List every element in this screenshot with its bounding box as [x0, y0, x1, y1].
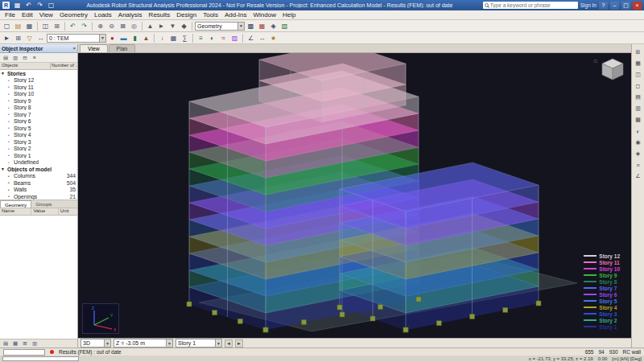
help-button[interactable]: ?	[599, 2, 608, 10]
print-preview-icon[interactable]: ⊞	[52, 21, 62, 31]
menu-edit[interactable]: Edit	[19, 10, 36, 19]
view-tab-view[interactable]: View	[80, 44, 108, 52]
view-tab-plan[interactable]: Plan	[109, 44, 136, 52]
new-file-icon[interactable]: ▢	[2, 21, 12, 31]
tree-item-objects-of-model[interactable]: ▾Objects of model	[0, 166, 77, 173]
tree-item-story-5[interactable]: ▪Story 5	[0, 125, 77, 132]
tree-item-openings[interactable]: ▪Openings21	[0, 193, 77, 200]
undo-icon[interactable]: ↶	[68, 21, 78, 31]
model-viewport[interactable]: ⌂ Story 12Story 11Story 10Story 9Story 8…	[78, 53, 631, 338]
menu-add-ins[interactable]: Add-Ins	[221, 10, 250, 19]
home-view-icon[interactable]: ⌂	[593, 57, 597, 65]
close-button[interactable]: ×	[633, 2, 642, 10]
menu-design[interactable]: Design	[173, 10, 200, 19]
dimension-icon[interactable]: ↔	[257, 33, 267, 43]
tree-item-story-3[interactable]: ▪Story 3	[0, 138, 77, 146]
undo-icon[interactable]: ↶	[23, 0, 34, 10]
wireframe-icon[interactable]: ▤	[634, 93, 643, 102]
view-type-selector[interactable]: 3D ▼	[80, 339, 111, 348]
selection-filter-icon[interactable]: ▽	[24, 33, 35, 43]
tree-item-story-1[interactable]: ▪Story 1	[0, 152, 77, 159]
expand-icon[interactable]: ▾	[2, 167, 7, 171]
search-input[interactable]	[490, 2, 576, 9]
lights-icon[interactable]: ◐	[634, 126, 643, 136]
tree-item-story-6[interactable]: ▪Story 6	[0, 118, 77, 125]
menu-geometry[interactable]: Geometry	[56, 10, 91, 19]
snap-icon[interactable]: ◈	[268, 21, 279, 31]
maps-icon[interactable]: ▨	[229, 33, 240, 43]
story-selector[interactable]: Story 1 ▼	[175, 339, 222, 348]
rotate-view-icon[interactable]: ◎	[129, 21, 139, 31]
zoom-window-icon[interactable]: ⊠	[118, 21, 128, 31]
tree-item-story-8[interactable]: ▪Story 8	[0, 105, 77, 112]
next-story-button[interactable]: ►	[235, 339, 243, 348]
annotation-icon[interactable]: ★	[268, 33, 279, 43]
nodes-icon[interactable]: ●	[107, 33, 118, 43]
keyword-search[interactable]	[483, 2, 578, 9]
zoom-in-icon[interactable]: ⊕	[95, 21, 105, 31]
tree-item-story-10[interactable]: ▪Story 10	[0, 91, 77, 98]
measure-icon[interactable]: ∠	[246, 33, 256, 43]
view-top-icon[interactable]: ▲	[145, 21, 155, 31]
shading-icon[interactable]: ▥	[634, 104, 643, 113]
inspector-tab-geometry[interactable]: Geometry	[0, 200, 31, 208]
calculate-icon[interactable]: ≡	[196, 33, 206, 43]
inspector-filter-icon[interactable]: ▤	[2, 54, 10, 62]
display-options-icon[interactable]: ⊞	[634, 47, 643, 57]
view-manager-icon[interactable]: ▦	[634, 59, 643, 68]
zoom-out-icon[interactable]: ⊖	[106, 21, 117, 31]
save-icon[interactable]: ▦	[12, 0, 23, 10]
open-icon[interactable]: ▤	[13, 21, 23, 31]
panel-close-icon[interactable]: ×	[72, 46, 76, 51]
load-case-selector[interactable]: 0 : TEM ▼	[47, 34, 106, 43]
new-icon[interactable]: ▢	[46, 0, 56, 10]
walkthrough-icon[interactable]: ◈	[634, 149, 643, 158]
redo-icon[interactable]: ↷	[79, 21, 89, 31]
print-icon[interactable]: ◫	[40, 21, 51, 31]
bars-icon[interactable]: ▬	[118, 33, 129, 43]
save-icon[interactable]: ▦	[24, 21, 35, 31]
inspector-tab-groups[interactable]: Groups	[31, 200, 56, 208]
expand-icon[interactable]: ▾	[2, 71, 7, 76]
menu-analysis[interactable]: Analysis	[115, 10, 146, 19]
inspector-collapse-icon[interactable]: ⊟	[21, 54, 29, 62]
status-selector[interactable]	[3, 349, 45, 356]
section-view-icon[interactable]: ◫	[634, 70, 643, 80]
diagrams-icon[interactable]: ≈	[218, 33, 229, 43]
previous-selection-icon[interactable]: ↔	[35, 33, 46, 43]
menu-help[interactable]: Help	[279, 10, 299, 19]
previous-story-button[interactable]: ◄	[225, 339, 233, 348]
inspector-list-icon[interactable]: ▤	[2, 339, 10, 348]
layout-selector[interactable]: Geometry ▼	[195, 22, 245, 31]
inspector-add-icon[interactable]: ⊞	[21, 339, 29, 348]
projection-icon[interactable]: ◻	[634, 81, 643, 91]
select-cursor-icon[interactable]: ►	[2, 33, 12, 43]
load-table-icon[interactable]: ▦	[168, 33, 179, 43]
sign-in-button[interactable]: Sign In	[580, 2, 597, 8]
maximize-button[interactable]: ▢	[621, 2, 630, 10]
render-icon[interactable]: ▩	[634, 115, 643, 125]
level-selector[interactable]: Z = -3.05 m ▼	[114, 339, 173, 348]
display-attributes-icon[interactable]: ▩	[246, 21, 256, 31]
panels-icon[interactable]: ▮	[130, 33, 140, 43]
menu-view[interactable]: View	[36, 10, 56, 19]
menu-tools[interactable]: Tools	[200, 10, 221, 19]
select-window-icon[interactable]: ⊞	[13, 33, 23, 43]
loads-icon[interactable]: ↓	[157, 33, 167, 43]
minimize-button[interactable]: –	[610, 2, 619, 10]
combinations-icon[interactable]: ∑	[180, 33, 190, 43]
tree-item-story-12[interactable]: ▪Story 12	[0, 77, 77, 84]
camera-icon[interactable]: ◉	[634, 138, 643, 147]
view-side-icon[interactable]: ▼	[167, 21, 178, 31]
tree-item-columns[interactable]: ▪Columns344	[0, 173, 77, 180]
tree-item-walls[interactable]: ▪Walls35	[0, 187, 77, 194]
inspector-sort-icon[interactable]: ▥	[11, 54, 19, 62]
inspector-filter2-icon[interactable]: ▥	[31, 339, 39, 348]
tree-item-beams[interactable]: ▪Beams504	[0, 179, 77, 187]
view-3d-icon[interactable]: ◆	[179, 21, 189, 31]
tree-item-stories[interactable]: ▾Stories	[0, 70, 77, 77]
tree-item-undefined[interactable]: ▪Undefined	[0, 159, 77, 167]
view-settings-icon[interactable]: ≡	[634, 160, 643, 170]
tree-item-story-11[interactable]: ▪Story 11	[0, 84, 77, 91]
axes-display-icon[interactable]: ∠	[634, 171, 643, 181]
